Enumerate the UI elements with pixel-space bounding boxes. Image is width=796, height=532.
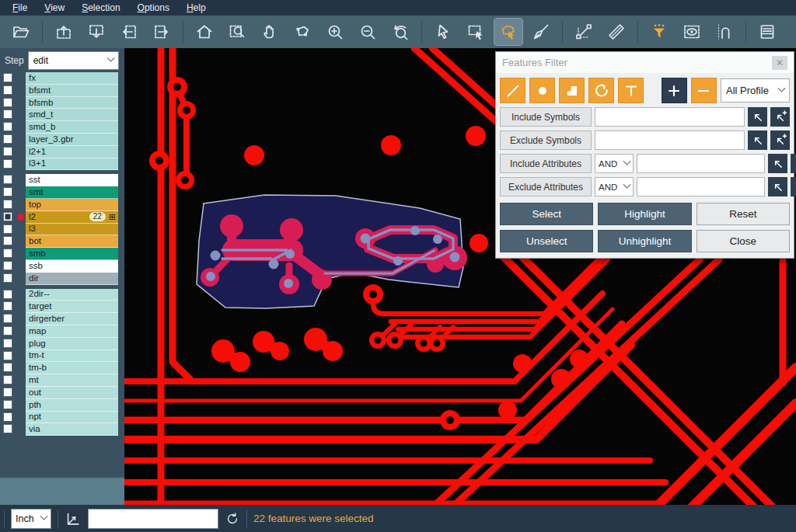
close-button[interactable]: Close	[696, 230, 790, 252]
pick-symbol-button[interactable]	[748, 107, 767, 127]
add-filter-button[interactable]	[662, 78, 687, 103]
reset-button[interactable]: Reset	[696, 203, 790, 225]
layer-row-map[interactable]: map	[0, 325, 124, 338]
layer-checkbox[interactable]	[3, 290, 12, 299]
pick-attribute-button[interactable]	[768, 154, 787, 173]
filter-pads-button[interactable]	[529, 78, 555, 103]
layer-row-mt[interactable]: mt	[0, 374, 124, 387]
filter-text-button[interactable]	[618, 78, 644, 103]
unit-dropdown[interactable]: Inch	[11, 509, 51, 529]
layer-row-smt[interactable]: smt	[0, 186, 124, 199]
select-cursor-button[interactable]	[429, 19, 457, 45]
angle-measure-icon[interactable]	[65, 510, 82, 527]
layer-checkbox[interactable]	[3, 110, 12, 119]
layer-row-smd_b[interactable]: smd_b	[0, 121, 124, 134]
menu-help[interactable]: Help	[179, 2, 214, 14]
layer-row-sst[interactable]: sst	[0, 174, 124, 186]
layer-checkbox[interactable]	[3, 273, 12, 283]
exclude-attributes-operator-dropdown[interactable]: AND	[595, 177, 634, 196]
layer-row-npt[interactable]: npt	[0, 412, 124, 424]
pick-add-symbol-button[interactable]	[770, 130, 790, 150]
exclude-symbols-button[interactable]: Exclude Symbols	[500, 130, 592, 150]
layers-form-button[interactable]	[753, 19, 781, 45]
layer-row-top[interactable]: top	[0, 199, 124, 211]
view-shift-down-button[interactable]	[82, 19, 110, 45]
ruler-button[interactable]	[602, 19, 630, 45]
layer-row-l2[interactable]: l2 22 ⊞	[0, 211, 124, 224]
include-symbols-button[interactable]: Include Symbols	[500, 107, 592, 127]
view-shift-right-button[interactable]	[148, 19, 176, 45]
close-icon[interactable]: ✕	[772, 56, 787, 70]
layer-row-2dir[interactable]: 2dir--	[0, 289, 124, 301]
layer-checkbox[interactable]	[3, 224, 12, 234]
pick-add-attribute-button[interactable]	[791, 177, 796, 196]
command-input[interactable]	[88, 509, 218, 529]
select-rectangle-button[interactable]	[462, 19, 490, 45]
refresh-icon[interactable]	[225, 511, 240, 527]
layer-checkbox[interactable]	[3, 301, 12, 311]
unhighlight-button[interactable]: Unhighlight	[598, 230, 691, 252]
layer-row-tm-b[interactable]: tm-b	[0, 362, 124, 374]
zoom-area-button[interactable]	[223, 19, 251, 45]
exclude-attributes-button[interactable]: Exclude Attributes	[500, 177, 592, 196]
layer-row-plug[interactable]: plug	[0, 338, 124, 350]
remove-filter-button[interactable]	[691, 78, 717, 103]
layer-checkbox[interactable]	[3, 363, 12, 372]
layer-row-dir[interactable]: dir	[0, 273, 124, 285]
layer-checkbox[interactable]	[3, 339, 12, 348]
layer-checkbox[interactable]	[3, 159, 12, 169]
layer-row-tm-t[interactable]: tm-t	[0, 350, 124, 363]
step-dropdown[interactable]: edit	[28, 51, 119, 70]
layer-row-bfsmt[interactable]: bfsmt	[0, 85, 124, 97]
layer-row-bfsmb[interactable]: bfsmb	[0, 97, 124, 110]
grid-icon[interactable]: ⊞	[109, 211, 116, 223]
highlight-button[interactable]: Highlight	[598, 203, 691, 225]
layer-checkbox[interactable]	[3, 236, 12, 245]
include-attributes-input[interactable]	[637, 154, 765, 173]
layer-checkbox[interactable]	[3, 122, 12, 131]
pan-hand-button[interactable]	[256, 19, 284, 45]
filter-lines-button[interactable]	[500, 78, 525, 103]
layer-row-out[interactable]: out	[0, 387, 124, 399]
open-button[interactable]	[7, 19, 35, 45]
filter-arcs-button[interactable]	[588, 78, 614, 103]
layer-checkbox[interactable]	[3, 412, 12, 422]
show-hide-button[interactable]	[678, 19, 706, 45]
menu-options[interactable]: Options	[130, 2, 177, 14]
select-polygon-button[interactable]	[494, 19, 522, 45]
layer-row-dirgerber[interactable]: dirgerber	[0, 313, 124, 325]
layer-checkbox[interactable]	[3, 175, 12, 184]
menu-selection[interactable]: Selection	[74, 2, 127, 14]
unselect-button[interactable]: Unselect	[500, 230, 593, 252]
features-filter-button[interactable]	[645, 19, 673, 45]
menu-file[interactable]: File	[5, 2, 35, 14]
filter-surfaces-button[interactable]	[559, 78, 585, 103]
layer-checkbox[interactable]	[3, 261, 12, 270]
pick-add-attribute-button[interactable]	[791, 154, 796, 173]
zoom-polygon-button[interactable]	[288, 19, 316, 45]
profile-dropdown[interactable]: All Profile	[721, 78, 790, 103]
exclude-symbols-input[interactable]	[595, 130, 745, 150]
layer-checkbox[interactable]	[3, 351, 12, 360]
zoom-previous-button[interactable]	[386, 19, 414, 45]
layer-checkbox[interactable]	[3, 314, 12, 323]
layer-checkbox[interactable]	[3, 200, 12, 209]
layer-checkbox[interactable]	[3, 187, 12, 196]
layer-checkbox-checked[interactable]	[3, 212, 12, 221]
clean-brush-button[interactable]	[527, 19, 555, 45]
view-shift-left-button[interactable]	[115, 19, 143, 45]
dialog-title-bar[interactable]: Features Filter ✕	[496, 52, 794, 73]
layer-row-layer_3[interactable]: layer_3.gbr	[0, 134, 124, 146]
view-shift-up-button[interactable]	[50, 19, 78, 45]
zoom-in-button[interactable]	[321, 19, 349, 45]
select-button[interactable]: Select	[500, 203, 593, 225]
layer-checkbox[interactable]	[3, 424, 12, 433]
pick-add-symbol-button[interactable]	[770, 107, 790, 127]
layer-checkbox[interactable]	[3, 326, 12, 336]
measure-points-button[interactable]	[570, 19, 598, 45]
layer-row-bot[interactable]: bot	[0, 235, 124, 248]
snap-button[interactable]	[710, 19, 738, 45]
layer-checkbox[interactable]	[3, 85, 12, 95]
layer-row-pth[interactable]: pth	[0, 399, 124, 412]
layer-checkbox[interactable]	[3, 73, 12, 82]
